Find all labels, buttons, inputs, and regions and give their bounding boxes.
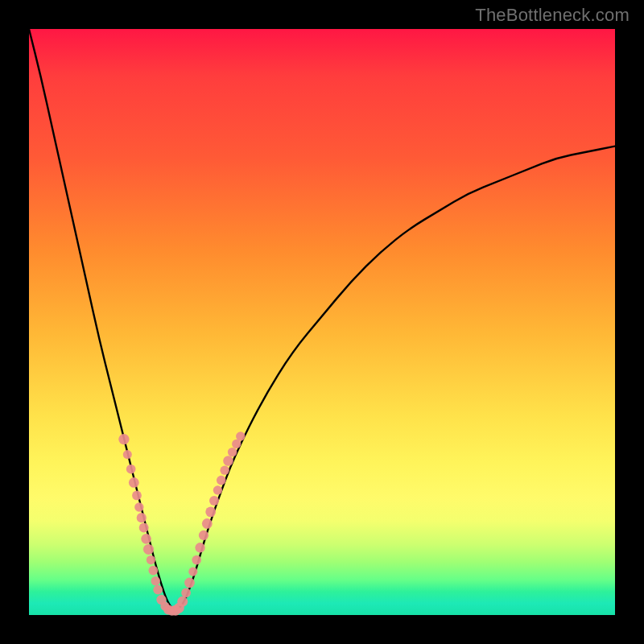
highlight-dot [134,502,143,511]
highlight-dot [199,530,208,540]
highlight-dot [220,465,229,474]
highlight-dot [151,576,161,586]
bottleneck-curve [29,29,615,609]
chart-frame: TheBottleneck.com [0,0,644,644]
highlight-dot [223,456,233,466]
chart-overlay-svg [29,29,615,615]
highlight-dot [192,555,201,565]
highlight-dot [129,477,139,488]
highlight-dot [118,434,129,444]
highlight-dot [195,543,204,552]
highlight-dot [123,450,132,459]
highlight-dot [153,585,163,595]
highlight-dot [217,476,226,485]
highlight-dot [137,513,147,522]
highlight-dot [141,534,151,544]
highlight-dot [184,578,195,588]
bottleneck-curve-path [29,29,615,609]
highlight-dot [209,496,219,506]
highlight-dot [147,555,155,564]
highlight-dot [228,448,237,456]
highlight-dot [188,568,197,576]
highlight-dot [126,464,136,474]
highlight-dot [149,566,159,576]
highlight-dot [181,588,191,597]
highlight-dot [213,485,222,494]
highlight-dot [205,506,216,517]
highlight-dot [202,518,213,529]
highlight-dots-left-arm [118,434,180,616]
watermark-text: TheBottleneck.com [475,5,630,26]
highlight-dot [143,544,154,555]
highlight-dot [139,523,149,533]
highlight-dot [236,431,245,440]
highlight-dot [177,597,188,607]
highlight-dot [132,491,142,501]
